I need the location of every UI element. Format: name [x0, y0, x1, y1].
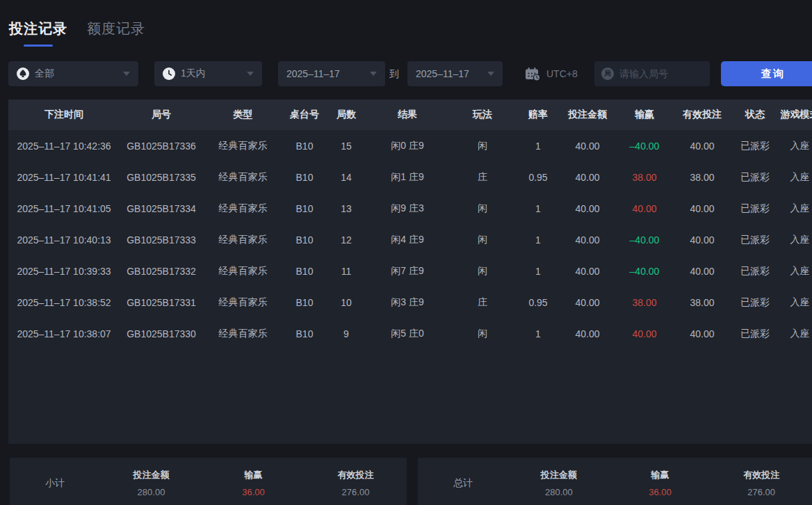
spade-icon [17, 67, 29, 80]
date-from-picker[interactable]: 2025–11–17 [278, 61, 385, 86]
total-valid-bet-label: 有效投注 [710, 469, 812, 481]
cell-valid_bet: 40.00 [674, 141, 731, 152]
subtotal-bet-amount-value: 280.00 [100, 487, 202, 497]
column-header-rounds: 局数 [326, 109, 366, 121]
cell-odds: 1 [517, 141, 560, 152]
cell-type: 经典百家乐 [203, 202, 283, 215]
cell-table_no: B10 [283, 141, 326, 152]
cell-odds: 1 [517, 234, 560, 246]
chevron-down-icon [247, 72, 254, 76]
cell-game_no: GB1025B17331 [120, 297, 203, 308]
cell-type: 经典百家乐 [203, 328, 283, 340]
column-header-odds: 赔率 [517, 109, 560, 121]
cell-table_no: B10 [283, 266, 326, 277]
cell-bet_amount: 40.00 [560, 234, 615, 246]
cell-rounds: 10 [326, 297, 366, 308]
table-row: 2025–11–17 10:38:07GB1025B17330经典百家乐B109… [8, 318, 812, 349]
chevron-down-icon [370, 72, 377, 76]
subtotal-valid-bet-label: 有效投注 [304, 469, 407, 481]
category-dropdown[interactable]: 全部 [8, 61, 138, 86]
cell-game_mode: 入座 [779, 234, 812, 246]
cell-status: 已派彩 [731, 296, 779, 309]
cell-odds: 1 [517, 266, 560, 277]
cell-table_no: B10 [283, 297, 326, 308]
cell-play: 闲 [448, 265, 517, 278]
tab-betting-records[interactable]: 投注记录 [9, 19, 67, 47]
cell-table_no: B10 [283, 172, 326, 183]
date-from-value: 2025–11–17 [286, 68, 340, 79]
cell-status: 已派彩 [731, 171, 779, 184]
category-dropdown-value: 全部 [35, 67, 54, 80]
time-range-dropdown[interactable]: 1天内 [154, 61, 262, 86]
cell-rounds: 12 [326, 234, 366, 246]
cell-game_mode: 入座 [779, 171, 812, 184]
column-header-time: 下注时间 [8, 109, 120, 121]
subtotal-winloss: 输赢 36.00 [202, 469, 304, 497]
cell-valid_bet: 38.00 [674, 297, 731, 308]
game-number-badge-icon: 局 [601, 67, 614, 80]
total-bet-amount-value: 280.00 [508, 487, 610, 497]
cell-result: 闲9 庄3 [366, 202, 448, 215]
tab-bar: 投注记录 额度记录 [9, 19, 145, 47]
cell-result: 闲3 庄9 [366, 296, 448, 309]
cell-time: 2025–11–17 10:41:05 [8, 203, 120, 214]
cell-odds: 1 [517, 203, 560, 214]
total-bet-amount: 投注金额 280.00 [508, 469, 610, 497]
cell-odds: 0.95 [517, 297, 560, 308]
date-to-value: 2025–11–17 [416, 68, 469, 79]
cell-game_no: GB1025B17334 [120, 203, 203, 214]
timezone-label: UTC+8 [546, 68, 578, 79]
records-table: 下注时间局号类型桌台号局数结果玩法赔率投注金额输赢有效投注状态游戏模式 2025… [8, 99, 812, 444]
cell-play: 庄 [448, 296, 517, 309]
cell-game_mode: 入座 [779, 202, 812, 215]
cell-bet_amount: 40.00 [560, 172, 615, 183]
column-header-status: 状态 [731, 109, 779, 121]
subtotal-title: 小计 [10, 469, 100, 490]
cell-bet_amount: 40.00 [560, 266, 615, 277]
cell-table_no: B10 [283, 234, 326, 246]
table-body: 2025–11–17 10:42:36GB1025B17336经典百家乐B101… [8, 130, 812, 349]
chevron-down-icon [487, 72, 494, 76]
cell-result: 闲1 庄9 [366, 171, 448, 184]
cell-result: 闲4 庄9 [366, 234, 448, 246]
total-bet-amount-label: 投注金额 [508, 469, 610, 481]
cell-win_loss: 40.00 [615, 328, 674, 339]
total-winloss-value: 36.00 [610, 487, 711, 497]
cell-play: 闲 [448, 140, 517, 152]
total-title: 总计 [418, 469, 508, 490]
total-winloss-label: 输赢 [610, 469, 711, 481]
cell-play: 闲 [448, 202, 517, 215]
cell-odds: 1 [517, 328, 560, 339]
total-winloss: 输赢 36.00 [610, 469, 711, 497]
column-header-game_no: 局号 [120, 109, 203, 121]
cell-game_mode: 入座 [779, 328, 812, 340]
cell-status: 已派彩 [731, 140, 779, 152]
column-header-play: 玩法 [448, 109, 517, 121]
cell-status: 已派彩 [731, 265, 779, 278]
cell-bet_amount: 40.00 [560, 297, 615, 308]
table-row: 2025–11–17 10:41:05GB1025B17334经典百家乐B101… [8, 193, 812, 224]
cell-win_loss: –40.00 [615, 266, 674, 277]
total-panel: 总计 投注金额 280.00 输赢 36.00 有效投注 276.00 [418, 458, 812, 505]
cell-odds: 0.95 [517, 172, 560, 183]
subtotal-winloss-label: 输赢 [202, 469, 304, 481]
table-row: 2025–11–17 10:42:36GB1025B17336经典百家乐B101… [8, 130, 812, 161]
game-number-input[interactable] [619, 68, 703, 79]
column-header-type: 类型 [203, 109, 283, 121]
cell-time: 2025–11–17 10:40:13 [8, 234, 120, 246]
cell-status: 已派彩 [731, 202, 779, 215]
cell-result: 闲5 庄0 [366, 328, 448, 340]
cell-time: 2025–11–17 10:38:52 [8, 297, 120, 308]
table-row: 2025–11–17 10:40:13GB1025B17333经典百家乐B101… [8, 224, 812, 255]
cell-time: 2025–11–17 10:39:33 [8, 266, 120, 277]
cell-bet_amount: 40.00 [560, 328, 615, 339]
tab-quota-records[interactable]: 额度记录 [87, 19, 145, 38]
subtotal-valid-bet: 有效投注 276.00 [304, 469, 407, 497]
column-header-table_no: 桌台号 [283, 109, 326, 121]
cell-rounds: 14 [326, 172, 366, 183]
column-header-result: 结果 [366, 109, 448, 121]
date-to-picker[interactable]: 2025–11–17 [407, 61, 503, 86]
search-button[interactable]: 查询 [721, 61, 812, 86]
subtotal-panel: 小计 投注金额 280.00 输赢 36.00 有效投注 276.00 [10, 458, 407, 505]
subtotal-valid-bet-value: 276.00 [304, 487, 407, 497]
